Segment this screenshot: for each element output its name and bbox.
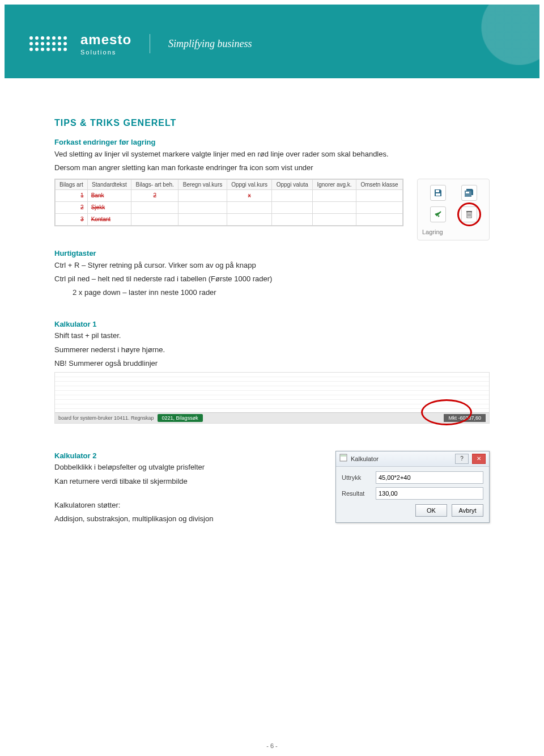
resultat-input[interactable] <box>376 487 483 500</box>
section-forkast-title: Forkast endringer før lagring <box>54 137 490 147</box>
section-forkast-p2: Dersom man angrer sletting kan man forka… <box>54 163 490 173</box>
brand-name: amesto <box>80 32 131 48</box>
bilags-table: Bilags art Standardtekst Bilags- art beh… <box>54 179 403 226</box>
th-standardtekst: Standardtekst <box>87 179 131 189</box>
table-row: 2 Sjekk <box>56 201 403 213</box>
th-oppgi-valuta: Oppgi valuta <box>272 179 313 189</box>
highlight-circle <box>421 399 472 425</box>
status-tag: 0221, Bilagssøk <box>158 414 203 423</box>
section-hurtigtaster-title: Hurtigtaster <box>54 248 490 259</box>
section-kalkulator1-title: Kalkulator 1 <box>54 319 490 330</box>
page-number: - 6 - <box>0 742 544 749</box>
apply-down-icon[interactable] <box>430 206 446 222</box>
th-omsetn-klasse: Omsetn klasse <box>356 179 402 189</box>
calculator-dialog: Kalkulator ? ✕ Uttrykk Resultat OK <box>335 451 490 523</box>
section-forkast-p1: Ved sletting av linjer vil systemet mark… <box>54 149 490 159</box>
uttrykk-input[interactable] <box>376 471 483 484</box>
help-button[interactable]: ? <box>455 454 469 464</box>
uttrykk-label: Uttrykk <box>342 474 371 482</box>
svg-rect-2 <box>466 192 469 193</box>
th-bilagsart-beh: Bilags- art beh. <box>131 179 178 189</box>
lagring-panel: Lagring <box>417 179 490 240</box>
save-all-icon[interactable] <box>461 185 477 201</box>
hurtigtaster-l2: Ctrl pil ned – helt ned til nederste rad… <box>54 274 490 284</box>
resultat-label: Resultat <box>342 489 371 498</box>
brand-subline: Solutions <box>80 49 131 56</box>
kalk1-l2: Summerer nederst i høyre hjørne. <box>54 345 490 355</box>
table-row: 3 Kontant <box>56 213 403 225</box>
highlight-circle <box>457 202 481 226</box>
brand-separator <box>150 34 150 53</box>
kalk1-l1: Shift tast + pil taster. <box>54 331 490 341</box>
th-bilagsart: Bilags art <box>56 179 88 189</box>
svg-rect-0 <box>436 190 439 192</box>
svg-rect-1 <box>436 193 440 196</box>
header-banner: amesto Solutions Simplifying business <box>5 5 539 78</box>
hurtigtaster-l3: 2 x page down – laster inn neste 1000 ra… <box>54 288 490 298</box>
th-beregn-valkurs: Beregn val.kurs <box>178 179 227 189</box>
brand-dots-icon <box>29 36 67 51</box>
status-left: board for system-bruker 10411. Regnskap <box>58 415 154 422</box>
table-row: 1 Bank 2 x <box>56 189 403 201</box>
page-title: TIPS & TRIKS GENERELT <box>54 117 490 129</box>
figure-statusbar: board for system-bruker 10411. Regnskap … <box>54 372 490 424</box>
svg-rect-9 <box>341 455 346 457</box>
calculator-app-icon <box>339 454 347 464</box>
brand-block: amesto Solutions Simplifying business <box>29 32 252 56</box>
calculator-title: Kalkulator <box>351 455 379 463</box>
th-oppgi-valkurs: Oppgi val.kurs <box>227 179 272 189</box>
kalk1-l3: NB! Summerer også bruddlinjer <box>54 358 490 369</box>
lagring-label: Lagring <box>422 228 484 236</box>
save-icon[interactable] <box>430 185 446 201</box>
discard-icon[interactable] <box>461 206 477 222</box>
ok-button[interactable]: OK <box>415 504 447 517</box>
close-button[interactable]: ✕ <box>472 454 486 464</box>
th-ignorer-avgk: Ignorer avg.k. <box>313 179 356 189</box>
cancel-button[interactable]: Avbryt <box>452 504 483 517</box>
figure-table-and-icons: Bilags art Standardtekst Bilags- art beh… <box>54 179 490 240</box>
brand-tagline: Simplifying business <box>168 38 252 50</box>
hurtigtaster-l1: Ctrl + R – Styrer retning på cursor. Vir… <box>54 260 490 271</box>
